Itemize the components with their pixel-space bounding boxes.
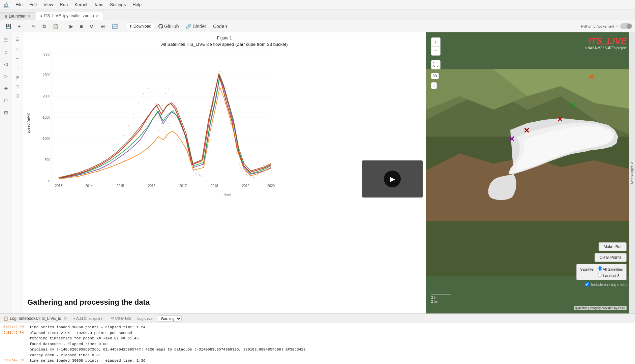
svg-point-66 bbox=[234, 140, 235, 141]
cell-tool-clipboard[interactable]: ⊟ bbox=[13, 92, 22, 100]
log-tab[interactable]: 📋 Log: notebooks/ITS_LIVE_ic ✕ bbox=[3, 316, 67, 321]
binder-button[interactable]: 🔗 Binder bbox=[183, 23, 209, 30]
menu-settings[interactable]: Settings bbox=[107, 1, 129, 8]
map-zoom-controls: + − bbox=[431, 37, 441, 56]
map-3d-control[interactable]: 3D bbox=[431, 73, 439, 79]
tab-launcher-close[interactable]: ✕ bbox=[28, 14, 31, 19]
sidebar-icon-clipboard[interactable]: ⊟ bbox=[1, 108, 11, 117]
scale-bar: 3 km 2 mi bbox=[431, 295, 451, 303]
sidebar-icon-box[interactable]: □ bbox=[1, 96, 11, 105]
log-time: 5:00:45 PM bbox=[3, 330, 27, 336]
github-button[interactable]: GitHub bbox=[156, 23, 182, 30]
tab-notebook[interactable]: ● ITS_LIVE_ipyLeaflet_zarr.ip ✕ bbox=[36, 12, 103, 20]
svg-point-38 bbox=[139, 144, 140, 145]
cell-tool-add[interactable]: ⊕ bbox=[13, 73, 22, 81]
chart-title: All Satellites ITS_LIVE ice flow speed (… bbox=[26, 42, 423, 47]
download-button[interactable]: ⬇ Download bbox=[126, 23, 154, 30]
stop-button[interactable]: ■ bbox=[77, 23, 85, 30]
svg-point-75 bbox=[264, 172, 265, 173]
scale-mi: 2 mi bbox=[431, 300, 451, 303]
sidebar-icon-forward[interactable]: ▷ bbox=[1, 71, 11, 81]
svg-point-198 bbox=[138, 102, 139, 103]
make-plot-button[interactable]: Make Plot bbox=[599, 242, 627, 251]
cell-tool-menu[interactable]: ☰ bbox=[13, 35, 22, 43]
cell-tool-forward[interactable]: → bbox=[13, 63, 22, 71]
restart-button[interactable]: ↺ bbox=[87, 23, 96, 30]
copy-button[interactable]: ⧉ bbox=[40, 22, 49, 30]
log-tab-close[interactable]: ✕ bbox=[64, 316, 67, 321]
menu-run[interactable]: Run bbox=[56, 1, 71, 8]
sidebar-icon-add[interactable]: ⊕ bbox=[1, 84, 11, 93]
zoom-in-button[interactable]: + bbox=[431, 38, 440, 47]
menu-file[interactable]: File bbox=[12, 1, 26, 8]
y-axis-label: speed (m/yr) bbox=[26, 50, 30, 197]
menu-help[interactable]: Help bbox=[129, 1, 145, 8]
satellite-all-radio[interactable] bbox=[598, 266, 602, 271]
satellite-landsat8-label[interactable]: Landsat 8 bbox=[598, 274, 619, 278]
svg-point-215 bbox=[199, 175, 200, 176]
menu-edit[interactable]: Edit bbox=[26, 1, 40, 8]
zoom-out-button[interactable]: − bbox=[431, 47, 440, 55]
svg-point-132 bbox=[78, 177, 79, 178]
save-button[interactable]: 💾 bbox=[3, 23, 14, 30]
satellite-landsat8-radio[interactable] bbox=[598, 273, 602, 277]
log-msg: original xy [-140.8206939697266, 61.4458… bbox=[30, 347, 306, 353]
cell-tool-back[interactable]: ← bbox=[13, 54, 22, 62]
notebook-area: ☰ ⌂ ← → ⊕ □ ⊟ Figure 1 All Satellites IT… bbox=[12, 32, 426, 313]
map-layers-control[interactable]: ⧉ bbox=[431, 82, 437, 89]
sidebar-icon-back[interactable]: ◁ bbox=[1, 59, 11, 69]
svg-point-107 bbox=[195, 168, 196, 169]
code-select[interactable]: Code ▾ bbox=[210, 23, 230, 30]
add-checkpoint-button[interactable]: + Add Checkpoint bbox=[70, 316, 105, 321]
map-marker-darkred[interactable]: ✕ bbox=[523, 126, 530, 135]
clear-points-button[interactable]: Clear Points bbox=[595, 253, 627, 262]
include-mean-row: Include running mean bbox=[585, 282, 627, 286]
log-time bbox=[3, 341, 27, 347]
svg-text:1500: 1500 bbox=[43, 116, 51, 119]
map-widget-sidebar[interactable]: Map Widget ✕ bbox=[629, 32, 635, 313]
map-marker-green[interactable]: ✕ bbox=[569, 101, 575, 110]
clear-log-button[interactable]: ⟳ Clear Log bbox=[109, 315, 134, 321]
cell-tool-square[interactable]: □ bbox=[13, 82, 22, 90]
svg-point-204 bbox=[162, 105, 163, 106]
run-button[interactable]: ▶ bbox=[67, 23, 76, 30]
log-level-select[interactable]: Warning bbox=[158, 315, 182, 322]
satellite-all-label[interactable]: All Satellites bbox=[598, 267, 623, 271]
log-time bbox=[3, 353, 27, 358]
divider-3 bbox=[123, 23, 123, 30]
refresh-button[interactable]: 🔄 bbox=[109, 23, 120, 30]
svg-point-164 bbox=[209, 148, 210, 149]
svg-text:2015: 2015 bbox=[117, 184, 124, 188]
svg-text:2500: 2500 bbox=[43, 73, 51, 77]
menu-view[interactable]: View bbox=[40, 1, 56, 8]
cell-left-toolbar: ☰ ⌂ ← → ⊕ □ ⊟ bbox=[12, 32, 23, 313]
glacier-map[interactable]: + − ⛶ 3D ⧉ ITS_LIVE a NASA MEaSUREs proj… bbox=[426, 32, 635, 313]
svg-point-236 bbox=[270, 160, 271, 161]
include-mean-checkbox[interactable] bbox=[585, 282, 589, 286]
cell-tool-home[interactable]: ⌂ bbox=[13, 44, 22, 53]
menu-tabs[interactable]: Tabs bbox=[91, 1, 107, 8]
svg-point-124 bbox=[252, 177, 253, 178]
svg-point-153 bbox=[172, 116, 173, 117]
kernel-toggle[interactable] bbox=[620, 23, 632, 29]
add-cell-button[interactable]: + bbox=[15, 23, 23, 30]
its-live-logo: ITS_LIVE a NASA MEaSUREs project bbox=[585, 36, 627, 50]
paste-button[interactable]: 📋 bbox=[50, 23, 61, 30]
log-msg: fetching timeseries for point x= -140.82… bbox=[30, 336, 139, 341]
sidebar-icon-home[interactable]: ⌂ bbox=[1, 47, 11, 57]
restart-run-button[interactable]: ⏭ bbox=[98, 23, 108, 30]
tab-notebook-close[interactable]: ✕ bbox=[96, 14, 99, 18]
tab-launcher[interactable]: ⊞ Launcher ✕ bbox=[0, 12, 35, 20]
sidebar-icon-menu[interactable]: ☰ bbox=[1, 35, 11, 44]
cut-button[interactable]: ✂ bbox=[29, 23, 38, 30]
map-marker-purple[interactable]: ✕ bbox=[509, 135, 515, 144]
svg-point-87 bbox=[116, 158, 117, 159]
video-play-overlay[interactable]: ▶ bbox=[362, 160, 423, 198]
menu-kernel[interactable]: Kernel bbox=[71, 1, 91, 8]
svg-point-37 bbox=[134, 150, 135, 151]
svg-point-95 bbox=[154, 112, 155, 113]
map-marker-red[interactable]: ✕ bbox=[557, 115, 563, 124]
map-marker-orange[interactable]: ✕ bbox=[588, 73, 594, 82]
fullscreen-button[interactable]: ⛶ bbox=[431, 60, 440, 69]
svg-point-151 bbox=[165, 134, 167, 135]
